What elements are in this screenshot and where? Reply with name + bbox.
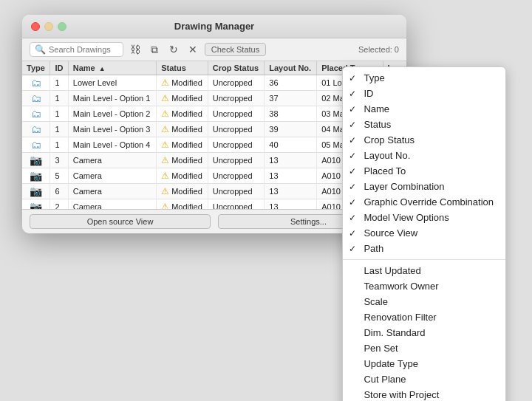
id-cell: 1 [50,137,68,153]
layout-cell: 37 [265,91,317,106]
maximize-button[interactable] [58,22,66,31]
checkmark-icon: ✓ [349,135,356,145]
col-id[interactable]: ID [50,61,68,75]
col-crop[interactable]: Crop Status [208,61,264,75]
warning-icon: ⚠ [161,202,169,209]
refresh-icon[interactable]: ↻ [166,42,181,57]
menu-item-type[interactable]: ✓Type [343,70,505,86]
menu-item-label: Renovation Filter [364,312,436,323]
id-cell: 1 [50,122,68,137]
checkmark-icon: ✓ [349,213,356,223]
search-icon: 🔍 [35,44,46,55]
name-cell: Main Level - Option 1 [68,91,156,106]
menu-item-label: Update Type [364,358,417,369]
crop-cell: Uncropped [208,122,264,137]
id-cell: 1 [50,91,68,106]
menu-item-path[interactable]: ✓Path [343,241,505,256]
camera-icon: 📷 [30,154,42,166]
traffic-lights [31,22,66,31]
menu-item-label: Store with Project [364,389,439,400]
menu-item-label: Dim. Standard [364,327,425,338]
menu-item-layout-no.[interactable]: ✓Layout No. [343,148,505,163]
menu-item-label: Placed To [364,165,406,176]
warning-icon: ⚠ [161,140,169,150]
col-type[interactable]: Type [22,61,50,75]
window-title: Drawing Manager [174,21,254,32]
menu-item-status[interactable]: ✓Status [343,117,505,132]
toolbar: 🔍 ⛓ ⧉ ↻ ✕ Check Status Selected: 0 [22,38,406,61]
col-layout[interactable]: Layout No. [265,61,317,75]
delete-icon[interactable]: ✕ [185,42,200,57]
menu-item-crop-status[interactable]: ✓Crop Status [343,132,505,148]
menu-item-placed-to[interactable]: ✓Placed To [343,163,505,179]
id-cell: 5 [50,168,68,184]
menu-item-store-with-project[interactable]: Store with Project [343,387,505,401]
context-menu: ✓Type✓ID✓Name✓Status✓Crop Status✓Layout … [342,66,506,401]
menu-item-name[interactable]: ✓Name [343,101,505,117]
crop-cell: Uncropped [208,168,264,184]
type-cell: 🗂 [22,75,50,91]
menu-item-model-view-options[interactable]: ✓Model View Options [343,210,505,225]
status-cell: ⚠ Modified [157,168,208,184]
menu-item-last-updated[interactable]: Last Updated [343,263,505,278]
folder-icon: 🗂 [31,139,41,151]
crop-cell: Uncropped [208,137,264,153]
menu-item-label: Layout No. [364,150,410,161]
menu-item-label: Path [364,243,383,254]
menu-item-update-type[interactable]: Update Type [343,356,505,371]
warning-icon: ⚠ [161,155,169,165]
close-button[interactable] [31,22,40,31]
menu-item-graphic-override-combination[interactable]: ✓Graphic Override Combination [343,194,505,210]
layout-cell: 13 [265,184,317,199]
crop-cell: Uncropped [208,106,264,122]
selected-label: Selected: 0 [358,45,399,54]
type-cell: 📷 [22,153,50,168]
menu-item-pen-set[interactable]: Pen Set [343,340,505,356]
checkmark-icon: ✓ [349,228,356,239]
menu-item-dim.-standard[interactable]: Dim. Standard [343,325,505,340]
folder-icon: 🗂 [31,108,41,120]
warning-icon: ⚠ [161,171,169,181]
id-cell: 1 [50,75,68,91]
camera-icon: 📷 [30,201,42,209]
menu-item-renovation-filter[interactable]: Renovation Filter [343,309,505,325]
warning-icon: ⚠ [161,78,169,88]
menu-item-label: Crop Status [364,134,415,145]
search-box[interactable]: 🔍 [30,42,123,57]
menu-item-id[interactable]: ✓ID [343,86,505,101]
col-name[interactable]: Name ▲ [68,61,156,75]
name-cell: Main Level - Option 3 [68,122,156,137]
layout-cell: 36 [265,75,317,91]
status-cell: ⚠ Modified [157,122,208,137]
checkmark-icon: ✓ [349,244,356,254]
checkmark-icon: ✓ [349,182,356,192]
checkmark-icon: ✓ [349,151,356,161]
open-source-view-button[interactable]: Open source View [30,214,211,229]
col-status[interactable]: Status [157,61,208,75]
status-cell: ⚠ Modified [157,75,208,91]
menu-item-layer-combination[interactable]: ✓Layer Combination [343,179,505,194]
id-cell: 6 [50,184,68,199]
check-status-button[interactable]: Check Status [205,43,266,56]
type-cell: 🗂 [22,106,50,122]
warning-icon: ⚠ [161,186,169,196]
type-cell: 📷 [22,168,50,184]
menu-item-scale[interactable]: Scale [343,294,505,309]
id-cell: 2 [50,199,68,210]
copy-icon[interactable]: ⧉ [147,42,162,57]
search-input[interactable] [49,45,118,54]
minimize-button[interactable] [44,22,53,31]
menu-item-source-view[interactable]: ✓Source View [343,225,505,241]
link-icon[interactable]: ⛓ [128,42,143,57]
name-cell: Camera [68,168,156,184]
warning-icon: ⚠ [161,109,169,119]
layout-cell: 40 [265,137,317,153]
menu-item-teamwork-owner[interactable]: Teamwork Owner [343,278,505,294]
menu-item-label: ID [364,88,373,99]
type-cell: 🗂 [22,137,50,153]
checkmark-icon: ✓ [349,120,356,130]
menu-item-cut-plane[interactable]: Cut Plane [343,371,505,387]
status-cell: ⚠ Modified [157,184,208,199]
id-cell: 3 [50,153,68,168]
folder-icon: 🗂 [31,92,41,104]
